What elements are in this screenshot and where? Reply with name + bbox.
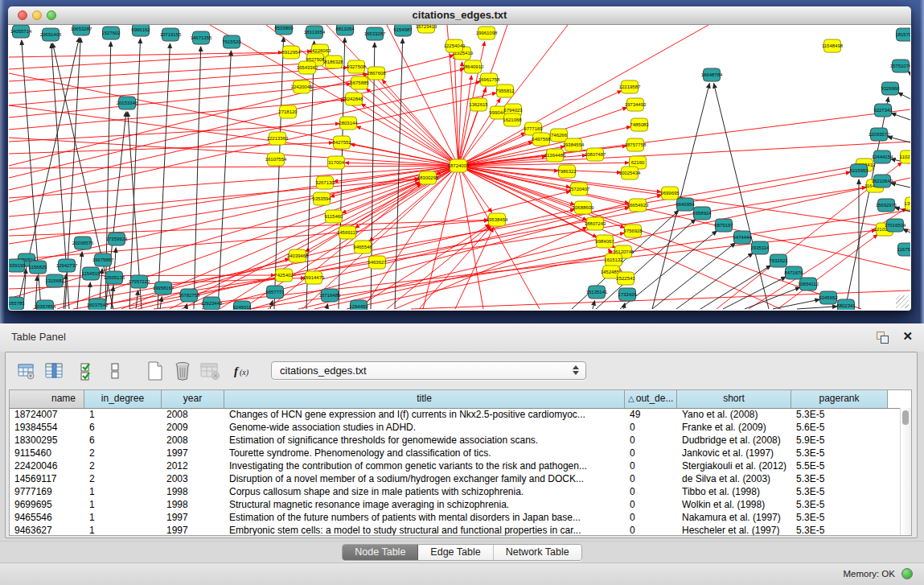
table-cell[interactable]: 0 [625,498,677,511]
graph-edge[interactable] [9,81,480,190]
new-table-icon[interactable] [144,360,166,382]
show-column-icon[interactable] [43,360,65,382]
table-cell[interactable]: 1 [84,485,162,498]
graph-node[interactable]: 9329966 [881,82,900,95]
graph-node[interactable]: 9465546 [353,241,372,253]
table-cell[interactable]: 1997 [162,447,224,459]
table-row[interactable]: 911546021997Tourette syndrome. Phenomeno… [10,447,901,459]
graph-node[interactable]: 3267130 [315,176,335,189]
table-cell[interactable]: Corpus callosum shape and size in male p… [224,485,625,498]
graph-node[interactable]: 16037542 [87,299,109,310]
table-cell[interactable]: 1998 [162,485,224,498]
column-header-year[interactable]: year [162,390,224,408]
graph-node[interactable]: 9227343 [873,104,893,117]
graph-node[interactable]: 8813054 [335,25,355,35]
table-cell[interactable]: 0 [625,524,677,535]
graph-edge[interactable] [9,179,419,216]
graph-node[interactable]: 12942737 [56,259,78,272]
graph-node[interactable]: 9984067 [595,235,614,248]
table-cell[interactable]: 5.9E-5 [791,434,888,447]
graph-edge[interactable] [898,93,910,99]
table-cell[interactable]: 9465546 [10,511,84,524]
graph-edge[interactable] [347,253,614,309]
graph-node[interactable]: 1615132 [604,253,623,266]
graph-node[interactable]: 1815701 [895,28,910,41]
table-cell[interactable]: 22420046 [10,459,84,472]
graph-node[interactable]: 9055785 [9,297,25,310]
table-cell[interactable]: 2 [84,459,162,472]
graph-node[interactable]: 2803144 [339,117,358,130]
network-graph[interactable]: 1872400789129541422606395275081654336281… [9,25,910,310]
table-cell[interactable]: Estimation of the future numbers of pati… [224,511,625,524]
graph-node[interactable]: 20153346 [117,97,138,109]
graph-node[interactable]: 1939199 [9,259,26,272]
graph-node[interactable]: 22420046 [291,80,313,93]
graph-node[interactable]: 8802341 [836,299,856,310]
graph-node[interactable]: 17016504 [885,219,906,232]
graph-node[interactable]: 9640954 [676,198,695,211]
graph-node[interactable]: 19384554 [563,138,585,151]
table-row[interactable]: 1872400712008Changes of HCN gene express… [10,408,901,421]
table-cell[interactable]: 6 [84,421,162,434]
graph-node[interactable]: 1395406 [904,197,910,210]
table-cell[interactable]: 0 [625,485,677,498]
graph-node[interactable]: 18807243 [585,217,606,230]
graph-node[interactable]: 10688609 [573,201,594,214]
scrollbar-thumb[interactable] [902,410,909,425]
graph-node[interactable]: 2935114 [751,241,770,254]
table-cell[interactable]: 6 [84,434,162,447]
graph-node[interactable]: 2522543 [616,272,635,285]
table-cell[interactable]: 5.3E-5 [791,408,888,421]
close-panel-icon[interactable]: ✕ [902,329,913,344]
graph-edge[interactable] [369,166,458,241]
function-builder-icon[interactable]: f(x) [232,360,255,382]
graph-node[interactable]: 9474444 [733,231,752,244]
graph-edge[interactable] [891,183,910,187]
graph-node[interactable]: 15135141 [586,286,608,299]
graph-edge[interactable] [270,301,273,309]
graph-node[interactable]: 14671355 [191,31,212,44]
graph-node[interactable]: 16782759 [179,289,200,302]
graph-node[interactable]: 7955812 [495,84,515,97]
graph-node[interactable]: 1362615 [469,98,488,111]
graph-edge[interactable] [419,226,491,309]
graph-node[interactable]: 18313054 [304,26,326,39]
table-select-dropdown[interactable]: citations_edges.txt [271,361,586,380]
table-cell[interactable]: Tourette syndrome. Phenomenology and cla… [224,447,625,459]
graph-node[interactable]: 1527602 [101,27,121,39]
graph-node[interactable]: 16648784 [701,68,723,81]
graph-node[interactable]: 15723419 [416,25,437,33]
table-cell[interactable]: 0 [625,434,677,447]
table-cell[interactable]: 1997 [162,524,224,535]
resize-grip-icon[interactable] [896,295,909,308]
table-cell[interactable]: 18300295 [10,434,84,447]
graph-node[interactable]: 16210643 [872,175,893,187]
table-cell[interactable]: Dudbridge et al. (2008) [677,434,791,447]
graph-node[interactable]: 19961098 [476,27,498,39]
table-cell[interactable]: Investigating the contribution of common… [224,459,625,472]
graph-node[interactable]: 20206576 [72,237,94,249]
table-cell[interactable]: 5.5E-5 [791,459,888,472]
graph-edge[interactable] [366,89,458,166]
table-cell[interactable]: 2008 [162,434,224,447]
table-cell[interactable]: Hescheler et al. (1997) [677,524,791,535]
column-header-title[interactable]: title [224,390,625,408]
graph-edge[interactable] [160,297,162,309]
graph-edge[interactable] [9,220,488,236]
graph-node[interactable]: 6879197 [714,219,733,232]
graph-edge[interactable] [395,227,587,309]
table-cell[interactable]: 0 [625,472,677,485]
table-cell[interactable]: 9699695 [10,498,84,511]
table-cell[interactable]: 1 [84,511,162,524]
graph-node[interactable]: 17957223 [129,275,150,288]
graph-node[interactable]: 1315682 [45,274,64,287]
graph-node[interactable]: 8427552 [332,136,351,149]
table-cell[interactable]: Genome-wide association studies in ADHD. [224,421,625,434]
graph-node[interactable]: 18640910 [462,60,484,73]
graph-node[interactable]: 7986322 [557,165,577,178]
graph-edge[interactable] [9,166,458,299]
table-cell[interactable]: Jankovic et al. (1997) [677,447,791,459]
graph-node[interactable]: 1167533 [897,243,910,256]
graph-node[interactable]: 17359924 [106,233,128,245]
table-cell[interactable]: 5.3E-5 [791,447,888,459]
